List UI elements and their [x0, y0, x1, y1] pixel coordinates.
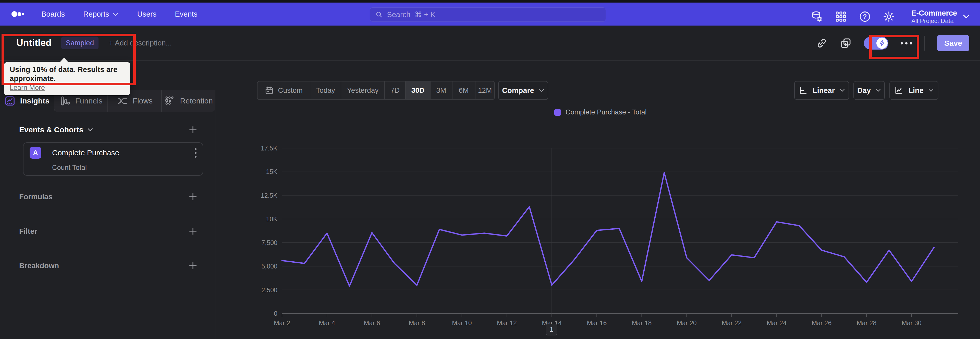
sampling-toggle-knob — [877, 38, 888, 49]
y-axis-label: 2,500 — [261, 286, 277, 294]
range-label: Yesterday — [347, 86, 379, 94]
add-to-board-icon[interactable] — [840, 37, 852, 49]
range-label: 3M — [436, 86, 446, 94]
range-option-7d[interactable]: 7D — [384, 82, 405, 99]
more-options-icon[interactable] — [900, 42, 912, 45]
range-option-6m[interactable]: 6M — [452, 82, 475, 99]
add-event-button[interactable] — [188, 125, 198, 134]
learn-more-link[interactable]: Learn More — [10, 83, 45, 92]
tooltip-text: Using 10% of data. Results are approxima… — [10, 65, 124, 83]
event-menu-icon[interactable] — [195, 148, 197, 158]
project-switcher[interactable]: E-Commerce All Project Data — [912, 9, 970, 24]
nav-item-reports[interactable]: Reports — [83, 10, 119, 18]
nav-item-users[interactable]: Users — [137, 10, 156, 18]
chevron-down-icon — [875, 89, 881, 92]
scale-label: Linear — [813, 86, 835, 95]
page-number-button[interactable]: 1 — [546, 324, 557, 336]
nav-item-events[interactable]: Events — [175, 10, 197, 18]
range-option-yesterday[interactable]: Yesterday — [341, 82, 384, 99]
event-metric[interactable]: Count Total — [52, 164, 87, 172]
scale-dropdown[interactable]: Linear — [794, 81, 849, 100]
y-axis-label: 10K — [266, 215, 278, 222]
section-label: Formulas — [19, 193, 52, 201]
data-management-icon[interactable] — [811, 10, 823, 23]
y-axis-label: 5,000 — [261, 262, 277, 270]
settings-gear-icon[interactable] — [883, 10, 895, 23]
sampled-badge[interactable]: Sampled — [61, 37, 99, 49]
range-option-today[interactable]: Today — [310, 82, 341, 99]
chevron-down-icon — [539, 89, 544, 92]
add-formula-button[interactable] — [188, 192, 198, 201]
x-axis-label: Mar 10 — [452, 319, 472, 326]
x-axis-label: Mar 24 — [767, 319, 787, 326]
event-card[interactable]: A Complete Purchase Count Total — [23, 142, 203, 176]
search-input[interactable] — [387, 10, 600, 19]
x-axis-label: Mar 4 — [319, 319, 335, 326]
event-name[interactable]: Complete Purchase — [52, 149, 119, 157]
y-axis-label: 0 — [274, 310, 277, 317]
line-chart[interactable]: 02,5005,0007,50010K12.5K15K17.5KMar 2Mar… — [215, 102, 980, 339]
lightning-bolt-icon — [878, 40, 886, 47]
section-label: Filter — [19, 227, 37, 235]
x-axis-label: Mar 22 — [722, 319, 741, 326]
x-axis-label: Mar 18 — [632, 319, 652, 326]
formulas-section: Formulas — [19, 190, 198, 204]
line-chart-icon — [894, 86, 904, 95]
range-option-30d[interactable]: 30D — [405, 82, 430, 99]
project-info: E-Commerce All Project Data — [912, 9, 957, 24]
mixpanel-logo-icon[interactable] — [11, 10, 24, 18]
sampling-tooltip: Using 10% of data. Results are approxima… — [4, 62, 130, 95]
chart-type-dropdown[interactable]: Line — [889, 81, 939, 100]
report-actions: Save — [816, 26, 969, 61]
data-line — [282, 173, 934, 286]
chevron-down-icon — [113, 13, 119, 17]
save-button[interactable]: Save — [937, 35, 969, 51]
x-axis-label: Mar 2 — [274, 319, 290, 326]
search-bar[interactable] — [370, 7, 606, 22]
calendar-icon — [265, 86, 274, 95]
add-breakdown-button[interactable] — [188, 261, 198, 270]
x-axis-label: Mar 12 — [497, 319, 517, 326]
y-axis-label: 15K — [266, 168, 278, 175]
copy-link-icon[interactable] — [816, 37, 828, 49]
section-label: Events & Cohorts — [19, 125, 83, 134]
tab-retention[interactable]: Retention — [161, 90, 215, 112]
compare-label: Compare — [502, 86, 534, 95]
interval-label: Day — [857, 86, 871, 95]
chevron-down-icon — [928, 89, 934, 92]
interval-dropdown[interactable]: Day — [853, 81, 885, 100]
nav-item-label: Boards — [41, 10, 65, 18]
report-title[interactable]: Untitled — [16, 38, 52, 48]
help-icon[interactable]: ? — [859, 10, 871, 23]
add-description-field[interactable]: + Add description... — [109, 39, 172, 47]
range-label: 12M — [478, 86, 492, 94]
range-label: 7D — [390, 86, 400, 94]
tab-label: Insights — [20, 97, 49, 105]
compare-button[interactable]: Compare — [498, 81, 548, 100]
search-icon — [375, 10, 383, 19]
nav-item-boards[interactable]: Boards — [41, 10, 65, 18]
chevron-down-icon — [839, 89, 845, 92]
tab-label: Flows — [133, 97, 153, 105]
range-option-custom[interactable]: Custom — [258, 82, 310, 99]
x-axis-label: Mar 20 — [677, 319, 697, 326]
chart-type-label: Line — [908, 86, 924, 95]
range-label: 6M — [459, 86, 469, 94]
events-cohorts-toggle[interactable]: Events & Cohorts — [19, 125, 93, 134]
apps-grid-icon[interactable] — [835, 10, 847, 23]
nav-right-icons: ? E-Commerce All Project Data — [811, 5, 970, 28]
svg-text:?: ? — [863, 13, 867, 20]
tab-label: Retention — [180, 97, 213, 105]
funnels-icon — [59, 95, 71, 107]
retention-icon — [164, 95, 175, 107]
x-axis-label: Mar 8 — [409, 319, 425, 326]
add-filter-button[interactable] — [188, 226, 198, 236]
range-option-3m[interactable]: 3M — [430, 82, 452, 99]
sampling-toggle[interactable] — [864, 37, 888, 50]
nav-item-label: Events — [175, 10, 197, 18]
linear-scale-icon — [798, 86, 808, 95]
flows-icon — [117, 95, 128, 107]
range-label: Custom — [278, 86, 302, 94]
y-axis-label: 17.5K — [261, 145, 278, 152]
range-option-12m[interactable]: 12M — [475, 82, 494, 99]
